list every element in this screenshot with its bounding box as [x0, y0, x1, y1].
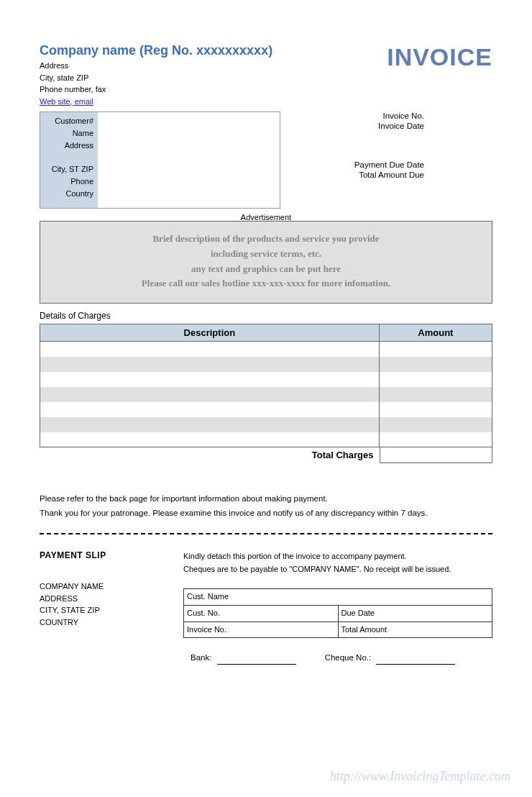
slip-cust-no-label: Cust. No. [184, 606, 339, 622]
slip-country: COUNTRY [40, 616, 183, 629]
company-city-state-zip: City, state ZIP [40, 72, 272, 84]
table-row[interactable] [40, 342, 492, 357]
label-invoice-date: Invoice Date [331, 122, 424, 130]
note-line-2: Thank you for your patronage. Please exa… [40, 506, 492, 521]
col-amount: Amount [379, 324, 492, 342]
cheque-no-label: Cheque No.: [325, 653, 372, 662]
charges-table: Description Amount [40, 324, 492, 447]
label-customer-name: Name [45, 127, 93, 140]
table-row[interactable] [40, 402, 492, 417]
company-address: Address [40, 60, 272, 72]
customer-box: Customer# Name Address City, ST ZIP Phon… [40, 111, 280, 209]
label-customer-no: Customer# [45, 115, 93, 127]
label-customer-city-st-zip: City, ST ZIP [45, 163, 93, 176]
ad-line-3: any text and graphics can be put here [47, 262, 485, 277]
table-row[interactable] [40, 432, 492, 447]
cheque-no-field[interactable] [376, 656, 455, 665]
slip-invoice-no-label: Invoice No. [184, 621, 339, 638]
payment-slip-table: Cust. Name Cust. No. Due Date Invoice No… [183, 588, 492, 638]
table-row[interactable] [40, 372, 492, 387]
company-name: Company name (Reg No. xxxxxxxxxx) [40, 43, 272, 58]
col-description: Description [40, 324, 380, 342]
company-web-email-link[interactable]: Web site, email [40, 97, 93, 106]
slip-address: ADDRESS [40, 593, 183, 605]
total-charges-value [380, 447, 493, 463]
slip-city-state-zip: CITY, STATE ZIP [40, 604, 183, 616]
label-customer-address: Address [45, 140, 93, 152]
invoice-title: INVOICE [387, 43, 492, 71]
advertisement-box: Brief description of the products and se… [40, 221, 492, 304]
ad-line-1: Brief description of the products and se… [47, 232, 485, 247]
table-row[interactable] [40, 357, 492, 372]
slip-total-amount-label: Total Amount [338, 621, 492, 638]
slip-instruction-2: Cheques are to be payable to "COMPANY NA… [183, 563, 492, 576]
label-total-amount-due: Total Amount Due [331, 170, 424, 179]
slip-company-name: COMPANY NAME [40, 580, 183, 593]
watermark: http://www.InvoicingTemplate.com [330, 769, 510, 784]
label-customer-country: Country [45, 188, 93, 200]
total-charges-label: Total Charges [40, 447, 380, 463]
ad-line-4: Please call our sales hotline xxx-xxx-xx… [47, 276, 485, 291]
slip-instruction-1: Kindly detach this portion of the invoic… [183, 550, 492, 563]
detach-line [40, 533, 492, 534]
bank-field[interactable] [217, 656, 296, 665]
company-phone-fax: Phone number, fax [40, 83, 272, 96]
label-invoice-no: Invoice No. [331, 111, 424, 120]
slip-due-date-label: Due Date [338, 606, 492, 622]
slip-cust-name-label: Cust. Name [184, 589, 492, 606]
payment-slip-title: PAYMENT SLIP [40, 550, 183, 560]
table-row[interactable] [40, 387, 492, 402]
details-of-charges-label: Details of Charges [40, 311, 492, 321]
bank-label: Bank: [191, 653, 211, 662]
label-payment-due-date: Payment Due Date [331, 160, 424, 169]
note-line-1: Please refer to the back page for import… [40, 492, 492, 506]
ad-line-2: including service terms, etc. [47, 247, 485, 262]
table-row[interactable] [40, 417, 492, 432]
label-customer-phone: Phone [45, 176, 93, 188]
customer-values-area[interactable] [98, 112, 280, 208]
